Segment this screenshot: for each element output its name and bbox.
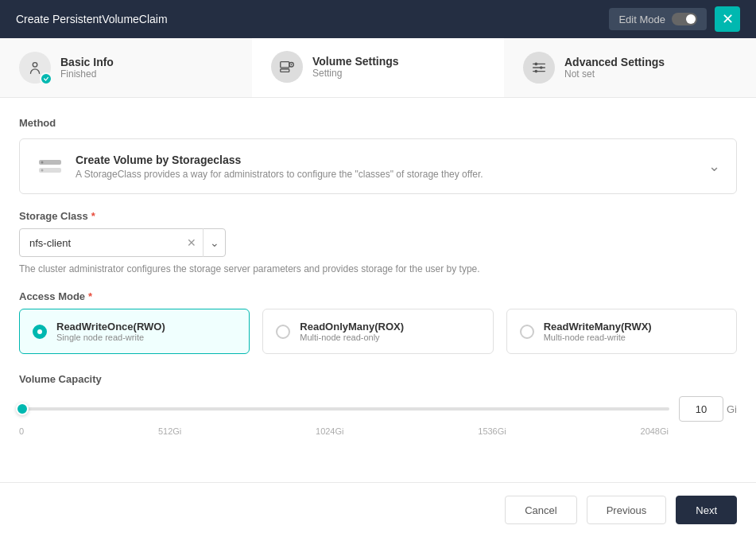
volume-capacity-unit: Gi xyxy=(727,403,737,415)
radio-rwx xyxy=(520,325,534,339)
volume-capacity-label: Volume Capacity xyxy=(19,373,737,385)
storage-class-clear-icon[interactable]: ✕ xyxy=(180,236,203,249)
header-right: Edit Mode ✕ xyxy=(609,6,740,32)
slider-thumb[interactable] xyxy=(16,403,29,415)
access-mode-label: Access Mode * xyxy=(19,290,737,302)
tick-1536: 1536Gi xyxy=(478,426,506,436)
access-mode-row: ReadWriteOnce(RWO) Single node read-writ… xyxy=(19,309,737,354)
storage-class-label: Storage Class * xyxy=(19,210,737,222)
step-basic-info-icon xyxy=(19,52,51,84)
step-volume-settings-text: Volume Settings Setting xyxy=(312,55,399,79)
edit-mode-toggle[interactable] xyxy=(672,13,697,25)
steps-bar: Basic Info Finished Volume Settings Sett… xyxy=(0,38,756,98)
access-rox-sub: Multi-node read-only xyxy=(300,333,404,342)
storage-class-dropdown-icon[interactable]: ⌄ xyxy=(203,228,226,257)
svg-point-0 xyxy=(33,63,37,68)
close-button[interactable]: ✕ xyxy=(715,6,740,32)
svg-point-8 xyxy=(535,63,538,66)
modal-body: Method Create Volume by Storageclass A S… xyxy=(0,98,756,482)
step-basic-info-text: Basic Info Finished xyxy=(60,56,114,80)
method-label: Method xyxy=(19,117,737,129)
step-volume-settings[interactable]: Volume Settings Setting xyxy=(252,38,504,97)
access-rwo-text: ReadWriteOnce(RWO) Single node read-writ… xyxy=(56,321,165,342)
step-volume-settings-name: Volume Settings xyxy=(312,55,399,68)
storage-class-icon xyxy=(36,152,64,181)
svg-point-13 xyxy=(41,161,44,164)
select-icons: ✕ ⌄ xyxy=(180,228,226,257)
storage-class-select-wrapper: ✕ ⌄ xyxy=(19,228,226,257)
slider-track[interactable] xyxy=(19,407,669,411)
slider-input-wrap: Gi xyxy=(679,396,737,422)
access-rwo-sub: Single node read-write xyxy=(56,333,165,342)
modal-footer: Cancel Previous Next xyxy=(0,482,756,537)
method-info: Create Volume by Storageclass A StorageC… xyxy=(76,154,483,180)
svg-rect-1 xyxy=(281,62,289,68)
svg-point-10 xyxy=(535,70,538,73)
svg-point-14 xyxy=(41,169,44,172)
radio-rwo xyxy=(33,325,47,339)
access-rox-label: ReadOnlyMany(ROX) xyxy=(300,321,404,333)
step-volume-settings-status: Setting xyxy=(312,68,399,79)
slider-row: Gi xyxy=(19,396,737,422)
tick-0: 0 xyxy=(19,426,24,436)
step-basic-info-name: Basic Info xyxy=(60,56,114,68)
access-option-rwx[interactable]: ReadWriteMany(RWX) Multi-node read-write xyxy=(506,309,737,354)
radio-rox xyxy=(276,325,290,339)
radio-rwo-inner xyxy=(37,329,42,334)
step-advanced-settings-text: Advanced Settings Not set xyxy=(564,56,665,80)
modal-title: Create PersistentVolumeClaim xyxy=(16,13,168,25)
access-rwx-label: ReadWriteMany(RWX) xyxy=(544,321,652,333)
step-advanced-settings-status: Not set xyxy=(564,68,665,80)
access-option-rwo[interactable]: ReadWriteOnce(RWO) Single node read-writ… xyxy=(19,309,250,354)
tick-512: 512Gi xyxy=(158,426,181,436)
tick-2048: 2048Gi xyxy=(641,426,669,436)
method-desc: A StorageClass provides a way for admini… xyxy=(76,169,483,180)
method-title: Create Volume by Storageclass xyxy=(76,154,483,166)
svg-rect-2 xyxy=(281,69,289,72)
close-icon: ✕ xyxy=(722,10,734,28)
step-finished-badge xyxy=(40,72,52,85)
access-option-rox[interactable]: ReadOnlyMany(ROX) Multi-node read-only xyxy=(262,309,493,354)
step-basic-info[interactable]: Basic Info Finished xyxy=(0,38,252,97)
method-card[interactable]: Create Volume by Storageclass A StorageC… xyxy=(19,138,737,194)
method-card-left: Create Volume by Storageclass A StorageC… xyxy=(36,152,483,181)
cancel-button[interactable]: Cancel xyxy=(505,496,576,524)
volume-capacity-section: Volume Capacity Gi 0 512Gi 1024Gi 1536Gi… xyxy=(19,373,737,436)
svg-point-4 xyxy=(291,64,293,65)
volume-capacity-input[interactable] xyxy=(679,396,723,422)
step-volume-settings-icon xyxy=(271,51,303,83)
modal: Create PersistentVolumeClaim Edit Mode ✕ xyxy=(0,0,756,537)
next-button[interactable]: Next xyxy=(676,496,737,524)
modal-header: Create PersistentVolumeClaim Edit Mode ✕ xyxy=(0,0,756,38)
edit-mode-label: Edit Mode xyxy=(618,14,665,25)
step-basic-info-status: Finished xyxy=(60,68,114,80)
access-rwx-sub: Multi-node read-write xyxy=(544,333,652,342)
storage-class-required: * xyxy=(91,210,95,222)
step-advanced-settings[interactable]: Advanced Settings Not set xyxy=(504,38,756,97)
access-rox-text: ReadOnlyMany(ROX) Multi-node read-only xyxy=(300,321,404,342)
storage-class-hint: The cluster administrator configures the… xyxy=(19,263,737,274)
edit-mode-button[interactable]: Edit Mode xyxy=(609,8,707,30)
step-advanced-settings-icon xyxy=(523,52,555,84)
slider-ticks: 0 512Gi 1024Gi 1536Gi 2048Gi xyxy=(19,426,737,436)
method-chevron-icon: ⌄ xyxy=(708,158,720,175)
svg-point-9 xyxy=(540,66,543,69)
tick-1024: 1024Gi xyxy=(316,426,343,436)
step-advanced-settings-name: Advanced Settings xyxy=(564,56,665,68)
access-rwx-text: ReadWriteMany(RWX) Multi-node read-write xyxy=(544,321,652,342)
previous-button[interactable]: Previous xyxy=(587,496,667,524)
access-mode-required: * xyxy=(88,290,92,302)
access-rwo-label: ReadWriteOnce(RWO) xyxy=(56,321,165,333)
